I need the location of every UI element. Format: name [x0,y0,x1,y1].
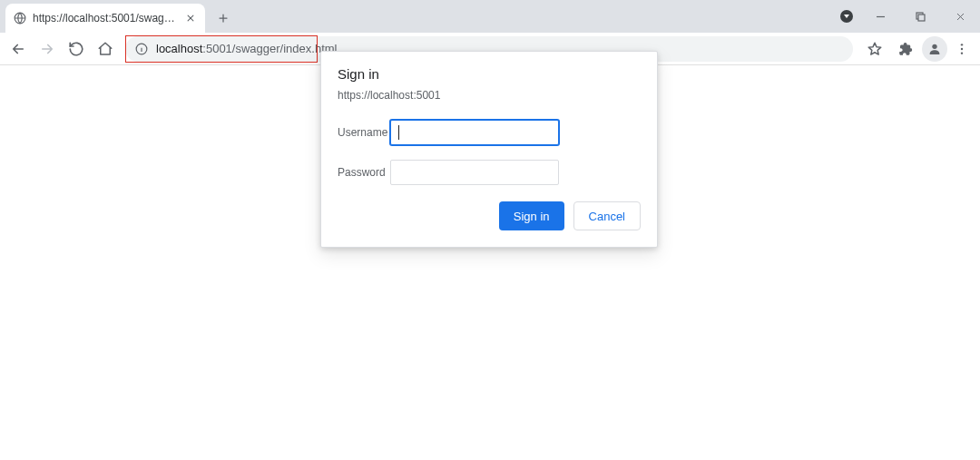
toolbar-right [860,36,975,62]
browser-tab[interactable]: https://localhost:5001/swagger/ [5,4,205,33]
bookmark-star-button[interactable] [860,36,889,62]
reload-button[interactable] [64,36,89,62]
tab-strip: https://localhost:5001/swagger/ [0,0,980,33]
svg-point-4 [932,44,936,48]
username-row: Username [338,120,641,145]
dialog-title: Sign in [338,66,641,82]
url-host: localhost [156,42,202,55]
signin-button[interactable]: Sign in [499,201,564,230]
username-label: Username [338,126,390,139]
password-input[interactable] [390,160,559,185]
cancel-button[interactable]: Cancel [573,201,641,230]
svg-rect-2 [918,15,925,21]
extensions-button[interactable] [891,36,920,62]
svg-point-7 [961,52,963,54]
back-button[interactable] [5,36,31,62]
tab-title: https://localhost:5001/swagger/ [33,12,178,24]
url-text: localhost:5001/swagger/index.html [156,42,337,55]
profile-avatar-button[interactable] [922,36,947,62]
more-menu-button[interactable] [949,36,975,62]
text-caret [398,125,399,140]
auth-dialog: Sign in https://localhost:5001 Username … [320,51,658,248]
window-controls [840,0,980,33]
minimize-button[interactable] [860,3,900,30]
close-icon[interactable] [183,11,198,25]
svg-point-6 [961,47,963,49]
svg-point-5 [961,44,963,45]
window-close-button[interactable] [940,3,980,30]
username-input[interactable] [390,120,559,145]
maximize-button[interactable] [900,3,940,30]
new-tab-button[interactable] [211,5,236,31]
url-path: :5001/swagger/index.html [202,42,337,55]
home-button[interactable] [93,36,118,62]
info-icon[interactable] [134,43,149,55]
password-label: Password [338,166,390,179]
update-badge[interactable] [840,10,853,23]
password-row: Password [338,160,641,185]
forward-button[interactable] [34,36,60,62]
globe-icon [13,11,27,25]
dialog-origin: https://localhost:5001 [338,89,641,102]
dialog-actions: Sign in Cancel [338,201,641,230]
